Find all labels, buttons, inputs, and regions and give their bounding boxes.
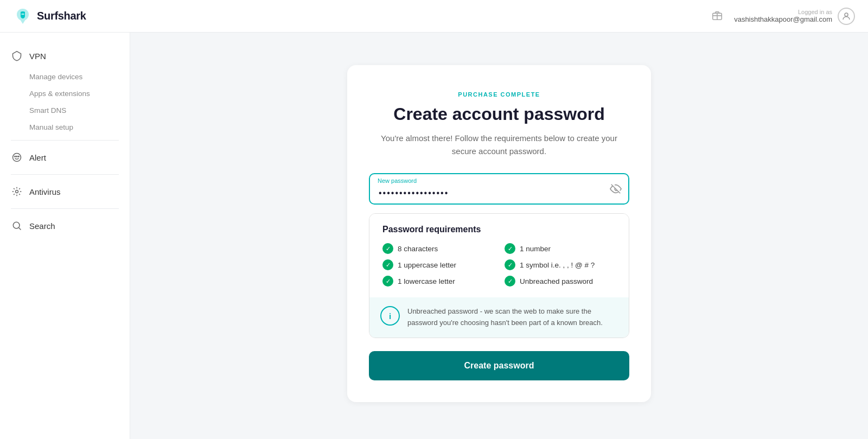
antivirus-section: Antivirus	[0, 179, 130, 204]
req-label-8chars: 8 characters	[398, 245, 438, 253]
sidebar-divider-3	[11, 208, 119, 209]
sidebar-item-alert[interactable]: Alert	[0, 145, 130, 170]
check-icon-unbreached: ✓	[505, 276, 515, 287]
sidebar-item-apps-extensions[interactable]: Apps & extensions	[0, 85, 130, 102]
search-icon	[11, 220, 23, 232]
requirements-title: Password requirements	[382, 225, 616, 234]
req-label-uppercase: 1 uppercase letter	[398, 261, 456, 269]
user-email: vashishthakkapoor@gmail.com	[734, 15, 832, 23]
sidebar-item-search[interactable]: Search	[0, 213, 130, 238]
main-content: PURCHASE COMPLETE Create account passwor…	[130, 33, 868, 439]
req-label-unbreached: Unbreached password	[520, 277, 593, 285]
svg-point-4	[16, 156, 17, 157]
sidebar-item-vpn[interactable]: VPN	[0, 43, 130, 68]
antivirus-label: Antivirus	[29, 187, 61, 196]
req-item-lowercase: ✓ 1 lowercase letter	[382, 276, 494, 287]
svg-point-3	[15, 156, 16, 157]
search-label: Search	[29, 221, 55, 231]
check-icon-8chars: ✓	[382, 243, 393, 254]
req-item-number: ✓ 1 number	[505, 243, 616, 254]
requirements-main: Password requirements ✓ 8 characters ✓ 1…	[369, 214, 629, 297]
sidebar-divider-1	[11, 140, 119, 141]
header-right: Logged in as vashishthakkapoor@gmail.com	[711, 8, 855, 25]
svg-point-5	[18, 156, 20, 157]
surfshark-logo-icon	[13, 7, 33, 26]
info-text: Unbreached password - we scan the web to…	[407, 306, 618, 329]
svg-point-1	[845, 13, 848, 16]
logo: Surfshark	[13, 7, 86, 26]
header: Surfshark Logged in as vashishthakkapoor…	[0, 0, 868, 33]
antivirus-icon	[11, 186, 23, 198]
vpn-label: VPN	[29, 52, 46, 61]
req-label-lowercase: 1 lowercase letter	[398, 277, 455, 285]
svg-point-7	[13, 222, 20, 228]
sidebar-item-manage-devices[interactable]: Manage devices	[0, 68, 130, 85]
search-section: Search	[0, 213, 130, 238]
svg-point-2	[13, 154, 21, 162]
page-title: Create account password	[369, 104, 629, 124]
req-item-unbreached: ✓ Unbreached password	[505, 276, 616, 287]
sidebar-item-manual-setup[interactable]: Manual setup	[0, 119, 130, 136]
req-item-8chars: ✓ 8 characters	[382, 243, 494, 254]
req-item-symbol: ✓ 1 symbol i.e. , , ! @ # ?	[505, 259, 616, 270]
check-icon-symbol: ✓	[505, 259, 515, 270]
requirements-info: i Unbreached password - we scan the web …	[369, 297, 629, 338]
info-icon: i	[380, 306, 400, 326]
alert-section: Alert	[0, 145, 130, 170]
sidebar-item-antivirus[interactable]: Antivirus	[0, 179, 130, 204]
req-item-uppercase: ✓ 1 uppercase letter	[382, 259, 494, 270]
toggle-password-button[interactable]	[610, 183, 622, 195]
content-card: PURCHASE COMPLETE Create account passwor…	[347, 65, 651, 402]
sidebar-item-smart-dns[interactable]: Smart DNS	[0, 102, 130, 119]
page-subtitle: You're almost there! Follow the requirem…	[369, 132, 629, 158]
user-text: Logged in as vashishthakkapoor@gmail.com	[734, 9, 832, 23]
eye-off-icon	[610, 183, 622, 195]
layout: VPN Manage devices Apps & extensions Sma…	[0, 33, 868, 439]
password-input-wrap: New password	[369, 173, 629, 205]
logo-text: Surfshark	[37, 10, 86, 22]
alert-icon	[11, 151, 23, 163]
svg-point-6	[16, 190, 18, 193]
vpn-section: VPN Manage devices Apps & extensions Sma…	[0, 43, 130, 136]
purchase-badge: PURCHASE COMPLETE	[369, 91, 629, 98]
alert-label: Alert	[29, 153, 46, 162]
logged-in-as-label: Logged in as	[734, 9, 832, 15]
user-info: Logged in as vashishthakkapoor@gmail.com	[734, 8, 855, 25]
req-label-number: 1 number	[520, 245, 551, 253]
check-icon-lowercase: ✓	[382, 276, 393, 287]
avatar-icon[interactable]	[838, 8, 855, 25]
check-icon-number: ✓	[505, 243, 515, 254]
vpn-icon	[11, 50, 23, 62]
req-label-symbol: 1 symbol i.e. , , ! @ # ?	[520, 261, 595, 269]
requirements-grid: ✓ 8 characters ✓ 1 number ✓ 1 uppercase …	[382, 243, 616, 287]
gift-icon[interactable]	[711, 9, 723, 23]
requirements-card: Password requirements ✓ 8 characters ✓ 1…	[369, 213, 629, 338]
sidebar: VPN Manage devices Apps & extensions Sma…	[0, 33, 130, 439]
password-input-label: New password	[378, 177, 417, 184]
create-password-button[interactable]: Create password	[369, 351, 629, 380]
sidebar-divider-2	[11, 174, 119, 175]
check-icon-uppercase: ✓	[382, 259, 393, 270]
